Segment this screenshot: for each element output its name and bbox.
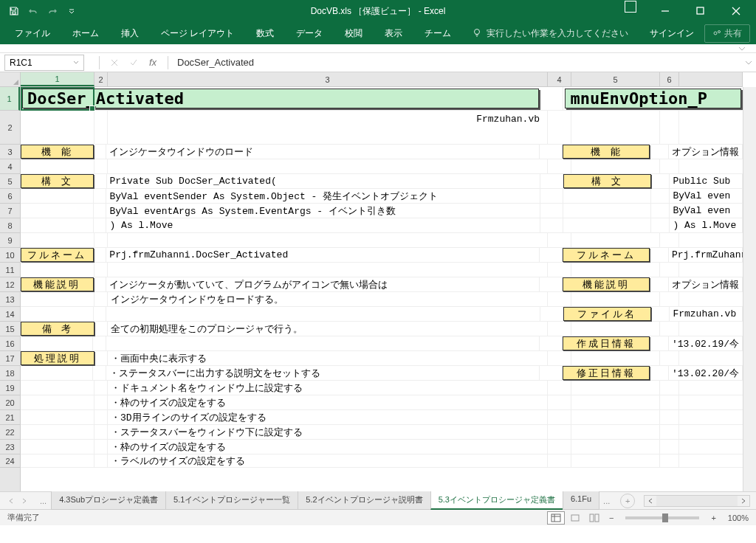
cell[interactable] bbox=[108, 263, 548, 277]
field-label[interactable]: 構 文 bbox=[21, 174, 94, 188]
cell[interactable] bbox=[548, 410, 571, 424]
cell[interactable]: ・枠のサイズの設定をする bbox=[108, 440, 548, 454]
cell[interactable] bbox=[660, 440, 679, 454]
cell[interactable] bbox=[94, 351, 108, 365]
tab-data[interactable]: データ bbox=[287, 24, 331, 43]
cell[interactable] bbox=[94, 204, 107, 218]
cell[interactable] bbox=[21, 336, 93, 350]
chevron-down-icon[interactable] bbox=[738, 46, 746, 52]
cell[interactable] bbox=[94, 189, 107, 203]
cell[interactable] bbox=[548, 322, 571, 336]
cell[interactable]: ByVal even bbox=[670, 204, 743, 218]
cell[interactable] bbox=[21, 111, 94, 144]
cell[interactable] bbox=[21, 263, 94, 277]
field-label[interactable]: 構 文 bbox=[563, 174, 650, 188]
view-pagelayout-icon[interactable] bbox=[566, 511, 584, 525]
cell[interactable] bbox=[94, 263, 108, 277]
cell[interactable]: '13.02.19/今 bbox=[669, 336, 743, 350]
cell[interactable]: Frmzuhan.vb bbox=[670, 307, 743, 321]
column-header[interactable]: 4 bbox=[548, 72, 571, 86]
undo-icon[interactable] bbox=[27, 4, 40, 18]
tab-insert[interactable]: 挿入 bbox=[112, 24, 148, 43]
cell[interactable]: オプション情報 bbox=[669, 145, 743, 159]
cell[interactable] bbox=[94, 440, 108, 454]
cell[interactable] bbox=[540, 87, 564, 110]
row-header[interactable]: 1 bbox=[0, 87, 20, 111]
cell[interactable] bbox=[650, 145, 669, 159]
horizontal-scrollbar[interactable] bbox=[644, 495, 750, 507]
cell[interactable] bbox=[660, 322, 679, 336]
row-header[interactable]: 2 bbox=[0, 111, 20, 145]
formula-input[interactable] bbox=[173, 55, 741, 71]
cell[interactable] bbox=[571, 410, 660, 424]
sheet-tab[interactable]: 5.3イベントプロシージャ定義書 bbox=[430, 491, 563, 510]
cell[interactable] bbox=[660, 381, 679, 395]
cell[interactable] bbox=[651, 204, 670, 218]
cell[interactable] bbox=[660, 159, 679, 173]
sheet-tab[interactable]: 6.1Fu bbox=[563, 491, 599, 510]
cell[interactable]: ・ステータスバーに出力する説明文をセットする bbox=[106, 366, 539, 380]
field-label[interactable]: 機能説明 bbox=[563, 277, 650, 291]
cell[interactable] bbox=[21, 204, 94, 218]
tell-me-search[interactable]: 実行したい作業を入力してください bbox=[464, 27, 628, 40]
cell[interactable]: Public Sub bbox=[670, 174, 743, 188]
cell[interactable] bbox=[108, 233, 548, 247]
cell[interactable] bbox=[571, 425, 660, 439]
save-icon[interactable] bbox=[7, 4, 21, 18]
cell[interactable] bbox=[660, 263, 679, 277]
cell[interactable] bbox=[548, 351, 571, 365]
signin-link[interactable]: サインイン bbox=[650, 27, 694, 40]
row-header[interactable]: 7 bbox=[0, 204, 20, 218]
cell[interactable]: ・画面中央に表示する bbox=[108, 351, 548, 365]
cell[interactable] bbox=[548, 395, 571, 409]
row-header[interactable]: 20 bbox=[0, 395, 20, 410]
cell[interactable] bbox=[93, 336, 106, 350]
worksheet-grid[interactable]: 123456 123456789101112131415161718192021… bbox=[0, 72, 756, 491]
share-button[interactable]: 共有 bbox=[704, 24, 750, 43]
cell[interactable]: 全ての初期処理をこのプロシージャで行う。 bbox=[108, 322, 548, 336]
vertical-scrollbar[interactable] bbox=[743, 87, 756, 491]
cell[interactable]: Private Sub DocSer_Activated( bbox=[107, 174, 540, 188]
cell[interactable] bbox=[660, 454, 679, 467]
tab-nav-prev[interactable] bbox=[6, 496, 16, 506]
view-normal-icon[interactable] bbox=[547, 511, 565, 525]
cell[interactable] bbox=[651, 218, 670, 232]
row-header[interactable]: 5 bbox=[0, 174, 20, 189]
cell[interactable] bbox=[571, 351, 660, 365]
cell[interactable] bbox=[93, 366, 106, 380]
tab-formulas[interactable]: 数式 bbox=[247, 24, 283, 43]
cell[interactable] bbox=[94, 174, 107, 188]
column-header[interactable]: 5 bbox=[571, 72, 660, 86]
cell[interactable] bbox=[94, 425, 108, 439]
row-header[interactable]: 4 bbox=[0, 159, 20, 174]
cell[interactable] bbox=[650, 277, 669, 291]
enter-icon[interactable] bbox=[125, 55, 142, 71]
tab-nav-next[interactable] bbox=[19, 496, 30, 506]
column-header[interactable]: 1 bbox=[21, 72, 94, 86]
row-header[interactable]: 9 bbox=[0, 233, 20, 248]
cell[interactable]: インジケータが動いていて、プログラムがアイコンで無い場合は bbox=[106, 277, 539, 291]
cell[interactable]: ・ドキュメント名をウィンドウ上に設定する bbox=[108, 381, 548, 395]
row-header[interactable]: 17 bbox=[0, 351, 20, 366]
cell[interactable] bbox=[540, 218, 564, 232]
field-label[interactable]: ファイル名 bbox=[563, 307, 650, 321]
field-label[interactable]: 作成日情報 bbox=[563, 336, 650, 350]
column-header[interactable]: 3 bbox=[108, 72, 548, 86]
row-header[interactable]: 14 bbox=[0, 307, 20, 322]
row-header[interactable]: 10 bbox=[0, 248, 20, 263]
cell[interactable] bbox=[571, 233, 660, 247]
cell[interactable]: Prj.frmZuhanr bbox=[669, 248, 743, 262]
select-all-corner[interactable] bbox=[0, 72, 21, 87]
cell[interactable] bbox=[650, 336, 669, 350]
row-header[interactable]: 6 bbox=[0, 189, 20, 204]
cell[interactable] bbox=[94, 454, 108, 467]
cell[interactable] bbox=[660, 395, 679, 409]
cell[interactable] bbox=[651, 307, 670, 321]
cell[interactable] bbox=[540, 336, 563, 350]
cell[interactable] bbox=[94, 322, 108, 336]
cell[interactable] bbox=[660, 111, 679, 144]
row-header[interactable]: 19 bbox=[0, 381, 20, 395]
cell[interactable] bbox=[21, 395, 94, 409]
row-header[interactable]: 15 bbox=[0, 322, 20, 336]
cell[interactable] bbox=[571, 263, 660, 277]
